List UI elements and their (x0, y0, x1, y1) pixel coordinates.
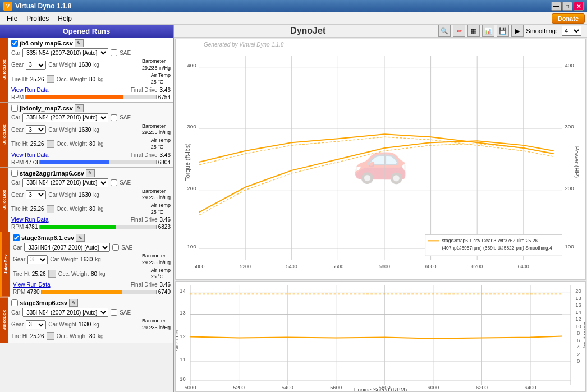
edit-button-5[interactable]: ✎ (69, 299, 78, 307)
close-button[interactable]: ✕ (574, 2, 584, 11)
svg-text:5400: 5400 (286, 264, 297, 269)
sae-checkbox-5[interactable] (111, 309, 117, 316)
svg-text:6200: 6200 (471, 264, 483, 269)
car-select-1[interactable]: 335i N54 (2007-2010) [Auto] (22, 48, 108, 57)
car-select-5[interactable]: 335i N54 (2007-2010) [Auto] (22, 308, 108, 317)
edit-button-1[interactable]: ✎ (75, 39, 84, 47)
sae-checkbox-2[interactable] (111, 114, 117, 121)
view-run-link-3[interactable]: View Run Data (11, 216, 49, 223)
svg-text:12: 12 (180, 334, 185, 339)
donate-button[interactable]: Donate (552, 13, 585, 24)
svg-text:5600: 5600 (332, 264, 343, 269)
smoothing-select[interactable]: 4268 (562, 26, 581, 36)
run-title-3: stage2aggr1map6.csv (20, 170, 84, 177)
svg-text:200: 200 (565, 185, 574, 191)
view-run-link-1[interactable]: View Run Data (11, 87, 49, 93)
menu-profiles[interactable]: Profiles (22, 13, 53, 24)
x-axis-label: Engine Speed (RPM) (176, 387, 585, 392)
sae-checkbox-4[interactable] (112, 244, 119, 251)
gear-select-1[interactable]: 3 (26, 61, 46, 70)
rpm-bar-2 (39, 160, 156, 164)
svg-text:6: 6 (577, 338, 580, 343)
svg-text:0: 0 (577, 358, 580, 364)
run-item-1: JuiceBox jb4 only map6.csv ✎ Car 335i N5… (0, 38, 173, 103)
car-select-2[interactable]: 335i N54 (2007-2010) [Auto] (22, 113, 108, 122)
export-button[interactable]: 💾 (497, 25, 509, 37)
gear-select-5[interactable]: 3 (26, 320, 46, 329)
juicebox-label-2: JuiceBox (0, 103, 8, 167)
svg-text:(407hp@5957rpm) (369lbft@5822r: (407hp@5957rpm) (369lbft@5822rpm) Smooth… (442, 245, 552, 251)
zoom-button[interactable]: 🔍 (438, 25, 451, 37)
svg-text:100: 100 (187, 243, 196, 250)
edit-button-2[interactable]: ✎ (75, 104, 84, 112)
run-title-4: stage3map6.1.csv (21, 234, 74, 241)
svg-text:20: 20 (575, 288, 581, 294)
rpm-bar-3 (39, 225, 156, 229)
svg-text:6400: 6400 (518, 264, 529, 269)
smoothing-label: Smoothing: (526, 27, 557, 34)
sae-checkbox-1[interactable] (111, 49, 117, 56)
grid-button[interactable]: ▦ (467, 25, 480, 37)
gear-select-4[interactable]: 3 (27, 255, 48, 264)
svg-text:Boost (PSI): Boost (PSI) (583, 321, 585, 348)
run-checkbox-4[interactable] (13, 234, 20, 241)
run-item-4: JuiceBox stage3map6.1.csv ✎ Car 335i N54… (0, 232, 173, 297)
chart-toolbar: DynoJet 🔍 ✏ ▦ 📊 💾 ▶ Smoothing: 4268 (174, 25, 587, 38)
edit-button-3[interactable]: ✎ (86, 169, 95, 177)
rpm-bar-1 (25, 95, 157, 99)
window-controls: — □ ✕ (551, 2, 584, 11)
opened-runs-header: Opened Runs (0, 25, 173, 38)
chart-title: DynoJet (180, 26, 436, 36)
car-weight-1: 1630 (79, 62, 91, 68)
view-run-link-2[interactable]: View Run Data (11, 152, 49, 158)
svg-text:6000: 6000 (425, 264, 437, 269)
svg-text:Power (HP): Power (HP) (574, 146, 580, 178)
left-panel: Opened Runs JuiceBox jb4 only map6.csv ✎… (0, 25, 174, 392)
sae-checkbox-3[interactable] (111, 179, 117, 186)
car-select-4[interactable]: 335i N54 (2007-2010) [Auto] (24, 243, 110, 252)
svg-text:11: 11 (180, 357, 185, 362)
run-checkbox-2[interactable] (11, 105, 18, 112)
barchart-button[interactable]: 📊 (482, 25, 494, 37)
svg-text:14: 14 (575, 310, 581, 315)
runs-list: JuiceBox jb4 only map6.csv ✎ Car 335i N5… (0, 38, 173, 392)
run-checkbox-5[interactable] (11, 299, 18, 306)
run-title-5: stage3map6.csv (20, 299, 67, 306)
minimize-button[interactable]: — (551, 2, 561, 11)
run-title-1: jb4 only map6.csv (20, 40, 73, 47)
view-run-link-4[interactable]: View Run Data (13, 282, 51, 288)
svg-text:10: 10 (180, 376, 185, 382)
car-select-3[interactable]: 335i N54 (2007-2010) [Auto] (22, 178, 108, 187)
maximize-button[interactable]: □ (562, 2, 572, 11)
edit-button-4[interactable]: ✎ (76, 234, 85, 242)
pencil-button[interactable]: ✏ (453, 25, 465, 37)
rpm-end-1: 6754 (158, 94, 171, 100)
juicebox-label-5: JuiceBox (0, 297, 8, 343)
gear-select-2[interactable]: 3 (26, 125, 46, 134)
run-item-2: JuiceBox jb4only_map7.csv ✎ Car 335i N54… (0, 103, 173, 168)
run-checkbox-1[interactable] (11, 40, 18, 47)
app-icon: V (3, 2, 12, 11)
svg-text:14: 14 (180, 288, 185, 294)
menu-file[interactable]: File (2, 13, 22, 24)
run-checkbox-3[interactable] (11, 170, 18, 177)
svg-text:400: 400 (565, 62, 574, 68)
menu-help[interactable]: Help (53, 13, 76, 24)
svg-text:5000: 5000 (194, 264, 205, 269)
svg-text:5200: 5200 (240, 264, 251, 269)
svg-text:Torque (ft-lbs): Torque (ft-lbs) (184, 143, 191, 181)
afr-chart-svg: 14 13 12 11 10 Air / Fuel 20 18 16 14 12… (176, 282, 585, 391)
svg-text:18: 18 (575, 296, 581, 301)
svg-text:stage3map6.1.csv Gear:3 Wt:376: stage3map6.1.csv Gear:3 Wt:3762 Tire:25.… (442, 238, 538, 243)
run-item-3: JuiceBox stage2aggr1map6.csv ✎ Car 335i … (0, 168, 173, 233)
rpm-bar-4 (41, 290, 156, 294)
svg-text:300: 300 (565, 123, 574, 130)
barometer-label-1: Barometer (142, 58, 171, 65)
svg-text:13: 13 (180, 310, 185, 316)
juicebox-label-3: JuiceBox (0, 168, 8, 232)
gear-select-3[interactable]: 3 (26, 190, 46, 199)
charts-area: Generated by Virtual Dyno 1.1.8 🚗 400 30… (174, 38, 587, 392)
svg-text:Air / Fuel: Air / Fuel (176, 330, 180, 352)
arrow-button[interactable]: ▶ (511, 25, 524, 37)
tire-ht-1: 25.26 (30, 76, 44, 82)
